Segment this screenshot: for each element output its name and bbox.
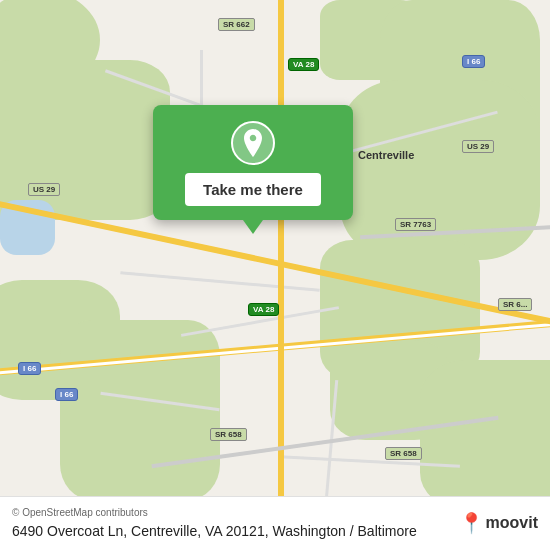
green-area xyxy=(60,320,220,500)
address-text: 6490 Overcoat Ln, Centreville, VA 20121,… xyxy=(12,522,449,540)
map-background: SR 662 VA 28 I 66 US 29 US 29 SR 7763 VA… xyxy=(0,0,550,550)
highway-va28 xyxy=(278,0,284,550)
location-pin-icon xyxy=(231,121,275,165)
road-label-i66-top: I 66 xyxy=(462,55,485,68)
local-road xyxy=(120,271,320,291)
info-bar: © OpenStreetMap contributors 6490 Overco… xyxy=(0,496,550,550)
road-label-sr6: SR 6... xyxy=(498,298,532,311)
moovit-logo-text: moovit xyxy=(486,514,538,532)
road-label-sr658-left: SR 658 xyxy=(210,428,247,441)
road-label-us29-right: US 29 xyxy=(462,140,494,153)
info-left: © OpenStreetMap contributors 6490 Overco… xyxy=(12,507,449,540)
road-label-va28-mid: VA 28 xyxy=(248,303,279,316)
take-me-there-button[interactable]: Take me there xyxy=(185,173,321,206)
callout-box: Take me there xyxy=(153,105,353,220)
city-label-centreville: Centreville xyxy=(355,148,417,162)
road-label-sr662: SR 662 xyxy=(218,18,255,31)
road-label-sr658-right: SR 658 xyxy=(385,447,422,460)
road-label-i66-bot1: I 66 xyxy=(18,362,41,375)
moovit-logo: 📍 moovit xyxy=(459,511,538,535)
copyright-text: © OpenStreetMap contributors xyxy=(12,507,449,518)
road-label-va28-top: VA 28 xyxy=(288,58,319,71)
moovit-pin-icon: 📍 xyxy=(459,511,484,535)
road-label-i66-bot2: I 66 xyxy=(55,388,78,401)
road-label-sr7763: SR 7763 xyxy=(395,218,436,231)
green-area xyxy=(420,360,550,510)
road-label-us29-left: US 29 xyxy=(28,183,60,196)
map-container: SR 662 VA 28 I 66 US 29 US 29 SR 7763 VA… xyxy=(0,0,550,550)
